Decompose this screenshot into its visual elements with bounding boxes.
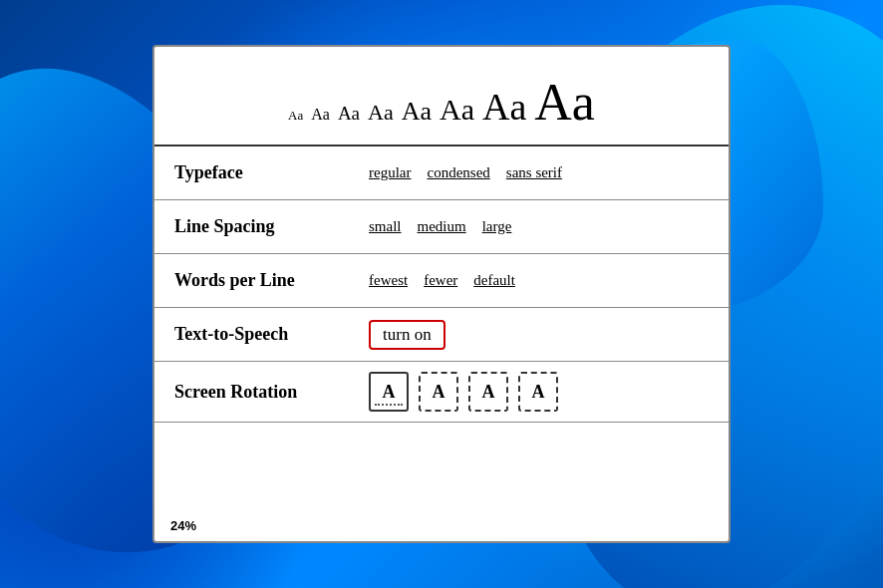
font-size-1: Aa (288, 109, 303, 122)
rotation-0[interactable]: A (369, 372, 409, 412)
settings-panel: Aa Aa Aa Aa Aa Aa Aa Aa Typeface regular… (152, 45, 731, 543)
text-to-speech-row: Text-to-Speech turn on (154, 308, 729, 362)
words-per-line-label: Words per Line (174, 270, 369, 291)
turn-on-button[interactable]: turn on (369, 320, 445, 350)
font-size-4: Aa (368, 102, 394, 124)
typeface-regular[interactable]: regular (369, 164, 411, 181)
rotation-180-icon: A (482, 382, 495, 403)
wpl-fewest[interactable]: fewest (369, 272, 408, 289)
rotation-0-underline (375, 404, 403, 406)
typeface-condensed[interactable]: condensed (427, 164, 489, 181)
font-size-7: Aa (482, 88, 526, 126)
rotation-270-icon: A (532, 382, 545, 403)
spacing-medium[interactable]: medium (418, 218, 466, 235)
spacing-large[interactable]: large (482, 218, 512, 235)
font-size-2: Aa (311, 107, 330, 123)
typeface-options: regular condensed sans serif (369, 164, 709, 181)
screen-rotation-row: Screen Rotation A A A A (154, 362, 729, 423)
font-preview-row: Aa Aa Aa Aa Aa Aa Aa Aa (154, 67, 729, 147)
rotation-90-icon: A (433, 382, 445, 403)
line-spacing-row: Line Spacing small medium large (154, 200, 729, 254)
font-size-5: Aa (402, 99, 432, 125)
rotation-0-icon: A (383, 382, 396, 403)
words-per-line-row: Words per Line fewest fewer default (154, 254, 729, 308)
text-to-speech-options: turn on (369, 320, 709, 350)
font-size-6: Aa (440, 95, 474, 125)
rotation-180[interactable]: A (468, 372, 508, 412)
rotation-270[interactable]: A (518, 372, 558, 412)
status-bar: 24% (170, 518, 196, 533)
typeface-label: Typeface (174, 162, 369, 183)
wpl-fewer[interactable]: fewer (424, 272, 457, 289)
rotation-options: A A A A (369, 372, 709, 412)
font-size-8: Aa (534, 77, 595, 129)
text-to-speech-label: Text-to-Speech (174, 324, 369, 345)
typeface-row: Typeface regular condensed sans serif (154, 147, 729, 200)
spacing-small[interactable]: small (369, 218, 402, 235)
screen-rotation-label: Screen Rotation (174, 382, 369, 403)
wpl-default[interactable]: default (473, 272, 515, 289)
line-spacing-options: small medium large (369, 218, 709, 235)
font-size-3: Aa (338, 104, 360, 123)
line-spacing-label: Line Spacing (174, 216, 369, 237)
zoom-level: 24% (170, 518, 196, 533)
rotation-90[interactable]: A (419, 372, 458, 412)
typeface-sans-serif[interactable]: sans serif (506, 164, 562, 181)
words-per-line-options: fewest fewer default (369, 272, 709, 289)
